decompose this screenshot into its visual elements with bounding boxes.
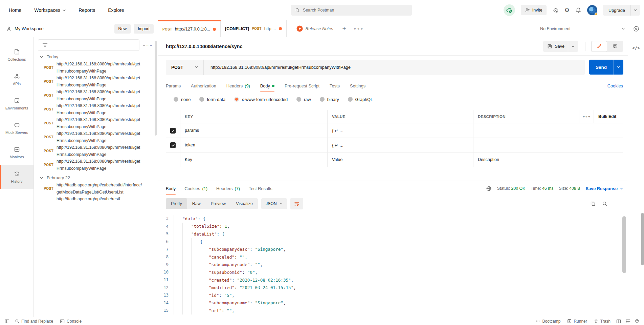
history-item[interactable]: http://ftadb.apec.org/api/cube/restf — [34, 196, 158, 203]
find-and-replace-button[interactable]: Find and Replace — [12, 319, 57, 324]
workspace-title[interactable]: My Workspace — [15, 26, 111, 31]
copy-icon[interactable] — [590, 201, 596, 206]
wrap-text-button[interactable] — [290, 198, 303, 209]
tab-body[interactable]: Body — [260, 79, 274, 93]
import-button[interactable]: Import — [134, 24, 154, 34]
history-item[interactable]: POST http://192.168.31.168:8080/api/hrm/… — [34, 61, 158, 75]
history-item[interactable]: POST http://192.168.31.168:8080/api/hrm/… — [34, 144, 158, 158]
sidebar-toggle-button[interactable] — [3, 319, 12, 323]
mode-none[interactable]: none — [174, 97, 191, 102]
mode-graphql[interactable]: GraphQL — [348, 97, 373, 102]
kv-key-cell[interactable]: params — [180, 123, 328, 138]
new-tab-button[interactable]: + — [338, 25, 351, 33]
response-tab-headers[interactable]: Headers(7) — [216, 181, 240, 196]
sidebar-item-apis[interactable]: APIs — [0, 67, 34, 92]
console-button[interactable]: Console — [57, 319, 85, 324]
user-avatar[interactable] — [587, 5, 597, 15]
satellite-icon[interactable] — [552, 7, 559, 14]
notifications-bell-icon[interactable] — [575, 7, 581, 13]
sidebar-item-history[interactable]: History — [0, 165, 34, 189]
history-section-today[interactable]: Today — [34, 51, 158, 61]
tab-params[interactable]: Params — [166, 79, 181, 93]
method-dropdown[interactable]: POST — [166, 60, 204, 75]
runner-button[interactable]: Runner — [564, 319, 590, 324]
history-more-button[interactable]: ∘∘∘ — [143, 43, 153, 48]
history-section-feb22[interactable]: February 22 — [34, 172, 158, 182]
tab-request-1[interactable]: POST http://127.0.0.1:8... — [158, 20, 221, 37]
kv-key-placeholder[interactable]: Key — [180, 153, 328, 167]
bottom-pane-view-button[interactable] — [623, 319, 633, 323]
upgrade-button[interactable]: Upgrade — [603, 5, 640, 16]
mode-binary[interactable]: binary — [320, 97, 339, 102]
checkbox-checked[interactable] — [170, 128, 176, 134]
trash-button[interactable]: Trash — [591, 319, 614, 324]
tab-release-notes[interactable]: Release Notes — [291, 20, 338, 37]
tab-options-button[interactable]: ∘∘∘ — [351, 26, 367, 31]
sync-status-button[interactable] — [504, 4, 515, 16]
environment-quick-look-eye-icon[interactable] — [633, 26, 639, 32]
invite-button[interactable]: Invite — [521, 5, 547, 15]
sidebar-item-environments[interactable]: Environments — [0, 92, 34, 116]
checkbox-checked[interactable] — [170, 142, 176, 148]
two-pane-view-button[interactable] — [614, 319, 623, 323]
new-button[interactable]: New — [114, 24, 131, 34]
tab-authorization[interactable]: Authorization — [191, 79, 216, 93]
settings-gear-icon[interactable]: ⚙ — [564, 7, 570, 13]
response-scrollbar[interactable] — [622, 216, 626, 273]
table-row[interactable]: token { ↵ … — [166, 138, 623, 153]
history-item[interactable]: POST http://192.168.31.168:8080/api/hrm/… — [34, 158, 158, 172]
sidebar-item-mock-servers[interactable]: Mock Servers — [0, 116, 34, 140]
history-item[interactable]: POST http://192.168.31.168:8080/api/hrm/… — [34, 75, 158, 88]
history-item[interactable]: POST http://192.168.31.168:8080/api/hrm/… — [34, 130, 158, 144]
environment-selector[interactable]: No Environment — [540, 26, 618, 31]
tab-tests[interactable]: Tests — [330, 79, 340, 93]
view-preview[interactable]: Preview — [206, 198, 231, 209]
sidebar-item-monitors[interactable]: Monitors — [0, 140, 34, 165]
bulk-edit-button[interactable]: Bulk Edit — [594, 110, 623, 123]
page-scrollbar[interactable] — [641, 213, 644, 265]
history-item[interactable]: POST http://192.168.31.168:8080/api/hrm/… — [34, 88, 158, 102]
send-button[interactable]: Send — [589, 60, 623, 75]
save-options-button[interactable] — [568, 45, 578, 47]
save-button[interactable]: Save — [543, 41, 578, 52]
kv-description-cell[interactable] — [473, 138, 623, 152]
response-tab-test-results[interactable]: Test Results — [249, 181, 272, 196]
comment-button[interactable] — [607, 41, 623, 52]
cookies-link[interactable]: Cookies — [607, 83, 623, 88]
kv-value-placeholder[interactable]: Value — [328, 153, 473, 167]
response-tab-cookies[interactable]: Cookies(1) — [184, 181, 207, 196]
chevron-down-icon[interactable] — [622, 28, 625, 30]
sidebar-item-collections[interactable]: Collections — [0, 43, 34, 67]
history-item[interactable]: POST http://ftadb.apec.org/api/cube/rest… — [34, 182, 158, 196]
kv-value-cell[interactable]: { ↵ … — [328, 138, 473, 152]
view-visualize[interactable]: Visualize — [231, 198, 258, 209]
kv-value-cell[interactable]: { ↵ … — [328, 123, 473, 138]
tab-headers[interactable]: Headers(9) — [226, 79, 250, 93]
tab-pre-request-script[interactable]: Pre-request Script — [285, 79, 319, 93]
nav-explore[interactable]: Explore — [108, 7, 124, 13]
mode-x-www-form-urlencoded[interactable]: x-www-form-urlencoded — [234, 97, 288, 102]
tab-settings[interactable]: Settings — [350, 79, 365, 93]
help-button[interactable] — [633, 319, 641, 323]
view-pretty[interactable]: Pretty — [166, 198, 187, 209]
search-input[interactable] — [303, 8, 398, 13]
send-options-button[interactable] — [614, 66, 623, 68]
sidebar-scrollbar[interactable] — [155, 41, 157, 136]
mode-raw[interactable]: raw — [296, 97, 311, 102]
response-tab-body[interactable]: Body — [166, 181, 176, 196]
url-input[interactable]: http://192.168.31.168:8080/api/hrm/resfu… — [204, 65, 585, 70]
history-filter-input[interactable] — [38, 39, 139, 51]
code-snippet-icon[interactable]: </> — [632, 45, 640, 317]
history-item[interactable]: POST http://192.168.31.168:8080/api/hrm/… — [34, 102, 158, 116]
history-item[interactable]: POST http://192.168.31.168:8080/api/hrm/… — [34, 116, 158, 130]
kv-description-placeholder[interactable]: Description — [473, 153, 623, 167]
globe-icon[interactable] — [486, 186, 492, 191]
table-row[interactable]: params { ↵ … — [166, 123, 623, 138]
kv-options-button[interactable]: ∘∘∘ — [579, 110, 594, 123]
nav-home[interactable]: Home — [9, 7, 21, 13]
save-response-button[interactable]: Save Response — [585, 186, 623, 191]
global-search[interactable] — [291, 5, 412, 16]
nav-workspaces[interactable]: Workspaces — [34, 7, 66, 13]
kv-description-cell[interactable] — [473, 123, 623, 138]
format-dropdown[interactable]: JSON — [261, 198, 287, 209]
